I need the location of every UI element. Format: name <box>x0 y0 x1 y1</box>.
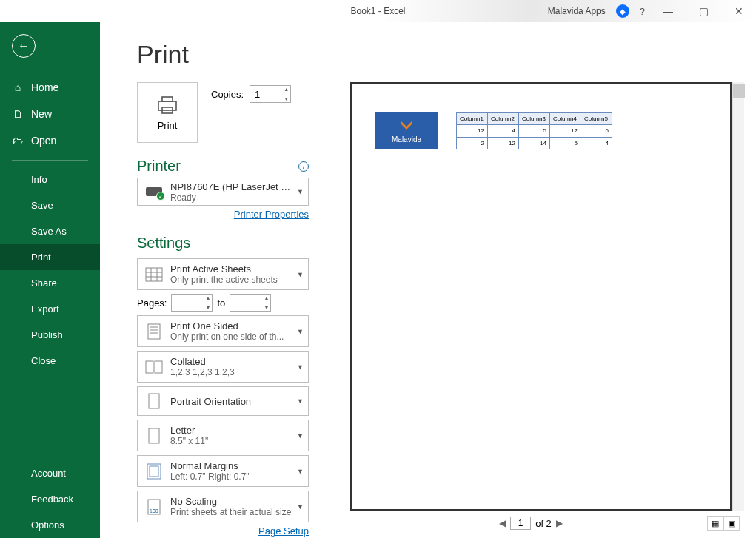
preview-table: Column1Column2Column3Column4Column5 1245… <box>456 112 612 149</box>
folder-open-icon: 🗁 <box>12 135 24 147</box>
scaling-selector[interactable]: 100 No ScalingPrint sheets at their actu… <box>137 491 309 522</box>
print-preview: Malavida Column1Column2Column3Column4Col… <box>350 82 732 511</box>
copies-input[interactable]: 1 ▲▼ <box>250 85 291 103</box>
help-button[interactable]: ? <box>640 6 645 17</box>
page-icon <box>144 322 164 341</box>
show-margins-button[interactable]: ▦ <box>707 516 723 531</box>
pages-from-input[interactable]: ▲▼ <box>171 294 213 312</box>
sidebar-item-save-as[interactable]: Save As <box>0 218 100 244</box>
title-bar: Book1 - Excel Malavida Apps ◆ ? — ▢ ✕ <box>0 0 756 22</box>
orientation-selector[interactable]: Portrait Orientation ▼ <box>137 386 309 416</box>
sidebar-item-publish[interactable]: Publish <box>0 322 100 348</box>
svg-rect-0 <box>158 101 176 110</box>
sidebar-item-account[interactable]: Account <box>0 460 100 486</box>
malavida-icon: ◆ <box>616 4 629 18</box>
document-icon: 🗋 <box>12 108 24 120</box>
printer-heading: Printer <box>137 158 181 175</box>
pages-to-input[interactable]: ▲▼ <box>230 294 271 312</box>
chevron-down-icon: ▼ <box>297 188 304 195</box>
sidebar-item-info[interactable]: Info <box>0 167 100 192</box>
svg-rect-3 <box>146 268 162 281</box>
sheets-icon <box>144 265 164 284</box>
print-what-selector[interactable]: Print Active SheetsOnly print the active… <box>137 258 309 290</box>
sidebar-item-share[interactable]: Share <box>0 270 100 296</box>
scaling-icon: 100 <box>144 497 164 517</box>
portrait-icon <box>144 391 164 411</box>
page-number-input[interactable] <box>510 517 531 530</box>
svg-rect-1 <box>162 97 173 101</box>
home-icon: ⌂ <box>12 81 24 93</box>
collate-selector[interactable]: Collated1,2,3 1,2,3 1,2,3 ▼ <box>137 351 309 383</box>
sidebar-item-open[interactable]: 🗁 Open <box>0 127 100 154</box>
minimize-button[interactable]: — <box>655 2 680 20</box>
svg-rect-13 <box>155 361 162 373</box>
sidebar-item-feedback[interactable]: Feedback <box>0 486 100 512</box>
margins-icon <box>144 462 164 481</box>
restore-button[interactable]: ▢ <box>691 2 716 20</box>
pages-label: Pages: <box>137 297 167 309</box>
prev-page-button[interactable]: ◀ <box>499 518 506 528</box>
svg-text:100: 100 <box>150 508 158 514</box>
printer-icon <box>155 95 179 115</box>
printer-info-icon[interactable]: i <box>298 161 309 172</box>
settings-heading: Settings <box>137 235 190 252</box>
zoom-to-page-button[interactable]: ▣ <box>723 516 740 531</box>
paper-size-selector[interactable]: Letter8.5" x 11" ▼ <box>137 420 309 451</box>
print-button[interactable]: Print <box>137 82 198 143</box>
next-page-button[interactable]: ▶ <box>556 518 563 528</box>
sidebar-item-new[interactable]: 🗋 New <box>0 101 100 127</box>
svg-rect-14 <box>149 394 159 408</box>
paper-icon <box>144 426 164 445</box>
collate-icon <box>144 357 164 377</box>
page-setup-link[interactable]: Page Setup <box>137 525 309 537</box>
svg-rect-8 <box>148 324 160 339</box>
sidebar-item-save[interactable]: Save <box>0 192 100 218</box>
sidebar-item-home[interactable]: ⌂ Home <box>0 74 100 101</box>
document-title: Book1 - Excel <box>350 6 405 16</box>
backstage-sidebar: ← ⌂ Home 🗋 New 🗁 Open Info Save Save As … <box>0 22 100 538</box>
sidebar-item-print[interactable]: Print <box>0 244 100 270</box>
preview-scrollbar[interactable] <box>732 82 744 511</box>
malavida-logo: Malavida <box>375 112 438 149</box>
margins-selector[interactable]: Normal MarginsLeft: 0.7" Right: 0.7" ▼ <box>137 455 309 487</box>
sidebar-item-close[interactable]: Close <box>0 348 100 374</box>
printer-device-icon: ✓ <box>144 182 164 201</box>
copies-label: Copies: <box>211 89 244 100</box>
sides-selector[interactable]: Print One SidedOnly print on one side of… <box>137 315 309 347</box>
page-title: Print <box>137 40 744 69</box>
svg-rect-17 <box>150 466 158 477</box>
sidebar-item-options[interactable]: Options <box>0 512 100 538</box>
printer-selector[interactable]: ✓ NPI87607E (HP LaserJet M15... Ready ▼ <box>137 178 309 206</box>
back-button[interactable]: ← <box>12 34 36 58</box>
svg-marker-20 <box>401 121 412 130</box>
printer-properties-link[interactable]: Printer Properties <box>137 209 309 220</box>
svg-rect-15 <box>149 428 159 443</box>
page-total: of 2 <box>535 518 552 529</box>
svg-rect-12 <box>146 361 153 373</box>
sidebar-item-export[interactable]: Export <box>0 296 100 322</box>
close-button[interactable]: ✕ <box>726 2 752 20</box>
malavida-label: Malavida Apps <box>548 6 606 16</box>
